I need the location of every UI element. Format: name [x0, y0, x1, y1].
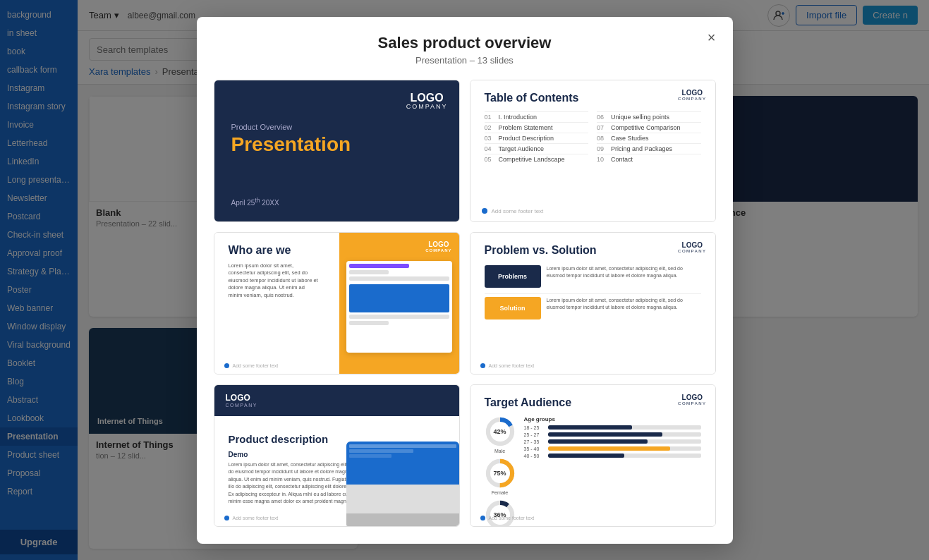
modal: × Sales product overview Presentation – … [197, 17, 733, 544]
bar-row-25: 25 - 27 [524, 432, 701, 437]
toc-col-right: 06Unique selling points 07Competitive Co… [597, 111, 701, 164]
problem-label: Problems [485, 265, 541, 288]
mockup-bar-1 [349, 264, 409, 268]
pvs-solution-row: Solution Lorem ipsum dolor sit amet, con… [485, 297, 701, 319]
prod-laptop-base [346, 513, 459, 526]
ta-donuts: 42% Male [485, 416, 516, 527]
age-title: Age groups [524, 416, 701, 422]
bar-fill-40 [548, 454, 625, 458]
mockup-bar-3 [349, 276, 449, 281]
toc-item-08: 08Case Studies [597, 133, 701, 143]
other-pct: 36% [485, 499, 516, 527]
toc-col-left: 01I. Introduction 02Problem Statement 03… [485, 111, 589, 164]
slide-cover-date: April 25th 20XX [231, 197, 442, 207]
modal-overlay: × Sales product overview Presentation – … [0, 0, 929, 560]
toc-item-10: 10Contact [597, 154, 701, 164]
toc-item-06: 06Unique selling points [597, 111, 701, 122]
solution-label: Solution [485, 297, 541, 319]
bar-track-27 [548, 439, 701, 444]
toc-item-03: 03Product Description [485, 133, 589, 143]
toc-item-02: 02Problem Statement [485, 122, 589, 133]
toc-item-07: 07Competitive Comparison [597, 122, 701, 133]
ta-title: Target Audience [485, 396, 701, 409]
bar-fill-27 [548, 439, 648, 444]
ta-donut-female: 75% [485, 458, 516, 489]
slide-cover-logo: LOGOCOMPANY [406, 92, 448, 111]
pvs-title: Problem vs. Solution [485, 244, 701, 257]
prod-screen [346, 442, 459, 485]
pvs-logo: LOGOCOMPANY [678, 241, 706, 254]
bar-row-35: 35 - 40 [524, 446, 701, 451]
modal-subtitle: Presentation – 13 slides [214, 55, 716, 66]
slide-2-toc[interactable]: LOGOCOMPANY Table of Contents 01I. Intro… [470, 80, 716, 222]
ta-content: 42% Male [485, 416, 701, 527]
slide-cover-bg: LOGOCOMPANY Product Overview Presentatio… [214, 80, 459, 221]
slides-grid: LOGOCOMPANY Product Overview Presentatio… [214, 80, 716, 527]
modal-close-button[interactable]: × [702, 28, 722, 48]
bar-row-27: 27 - 35 [524, 439, 701, 444]
toc-grid: 01I. Introduction 02Problem Statement 03… [485, 111, 701, 164]
mockup-bar-2 [349, 270, 389, 274]
ta-logo: LOGOCOMPANY [678, 394, 706, 406]
toc-item-01: 01I. Introduction [485, 111, 589, 122]
prod-title-bar: LOGOCOMPANY [226, 393, 257, 408]
ta-group-male: 42% Male [485, 416, 516, 454]
who-logo: LOGOCOMPANY [425, 241, 451, 252]
bar-label-25: 25 - 27 [524, 432, 545, 437]
slide-pvs-bg: LOGOCOMPANY Problem vs. Solution Problem… [470, 233, 715, 374]
toc-item-04: 04Target Audience [485, 143, 589, 154]
slide-3-who[interactable]: LOGOCOMPANY Who are we Lorem ipsum dolor… [214, 232, 460, 375]
toc-item-05: 05Competitive Landscape [485, 154, 589, 164]
ta-group-female: 75% Female [485, 458, 516, 495]
toc-title: Table of Contents [485, 92, 701, 104]
ta-donut-male: 42% [485, 416, 516, 447]
problem-text: Lorem ipsum dolor sit amet, consectetur … [547, 265, 701, 280]
mockup-bar-5 [349, 321, 389, 325]
female-pct: 75% [485, 458, 516, 489]
ta-footer: Add some footer text [480, 516, 535, 521]
bar-fill-18 [548, 425, 632, 430]
slide-cover-title: Presentation [231, 134, 442, 156]
mockup-blue-area [349, 284, 449, 312]
bar-label-18: 18 - 25 [524, 425, 545, 430]
pvs-footer: Add some footer text [480, 363, 535, 368]
ta-bars: Age groups 18 - 25 25 - 27 27 - 35 [524, 416, 701, 527]
prod-body-text: Lorem ipsum dolor sit amet, consectetur … [229, 461, 363, 506]
slide-prod-bg: LOGOCOMPANY Product description Demo Lor… [214, 385, 459, 526]
bar-track-25 [548, 432, 701, 437]
who-mockup [346, 261, 452, 353]
bar-track-35 [548, 446, 701, 451]
bar-track-40 [548, 454, 701, 458]
bar-label-27: 27 - 35 [524, 439, 545, 444]
bar-row-18: 18 - 25 [524, 425, 701, 430]
ta-donut-other: 36% [485, 499, 516, 527]
toc-footer: Add some footer text [482, 208, 544, 214]
bar-track-18 [548, 425, 701, 430]
male-label: Male [494, 449, 505, 454]
slide-1-cover[interactable]: LOGOCOMPANY Product Overview Presentatio… [214, 80, 460, 222]
who-body: Lorem ipsum dolor sit amet, consectetur … [229, 262, 320, 300]
pvs-problem-row: Problems Lorem ipsum dolor sit amet, con… [485, 265, 701, 288]
female-label: Female [492, 490, 508, 495]
bar-fill-25 [548, 432, 663, 437]
bar-label-40: 40 - 50 [524, 454, 545, 458]
prod-laptop-container [346, 442, 459, 526]
bar-label-35: 35 - 40 [524, 446, 545, 451]
who-footer: Add some footer text [224, 363, 279, 368]
slide-4-pvs[interactable]: LOGOCOMPANY Problem vs. Solution Problem… [470, 232, 716, 375]
slide-cover-tag: Product Overview [231, 123, 442, 131]
slide-5-product[interactable]: LOGOCOMPANY Product description Demo Lor… [214, 384, 460, 527]
prod-footer: Add some footer text [224, 516, 279, 521]
male-pct: 42% [485, 416, 516, 447]
toc-item-09: 09Pricing and Packages [597, 143, 701, 154]
slide-toc-bg: LOGOCOMPANY Table of Contents 01I. Intro… [470, 80, 715, 221]
mockup-bar-4 [349, 315, 449, 319]
slide-ta-bg: LOGOCOMPANY Target Audience [470, 385, 715, 526]
bar-row-40: 40 - 50 [524, 454, 701, 458]
toc-logo: LOGOCOMPANY [678, 89, 706, 102]
slide-who-bg: LOGOCOMPANY Who are we Lorem ipsum dolor… [214, 233, 459, 374]
slide-6-target[interactable]: LOGOCOMPANY Target Audience [470, 384, 716, 527]
ta-group-other: 36% Other [485, 499, 516, 527]
modal-title: Sales product overview [214, 34, 716, 52]
prod-laptop-screen-area [346, 442, 459, 513]
